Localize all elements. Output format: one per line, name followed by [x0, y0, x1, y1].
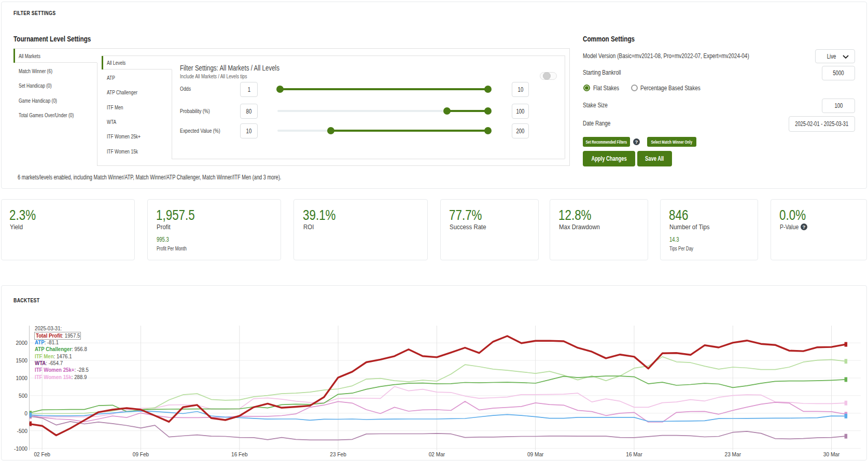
svg-text:09 Mar: 09 Mar — [527, 451, 544, 457]
svg-text:500: 500 — [19, 393, 27, 399]
svg-text:0: 0 — [24, 410, 27, 416]
svg-text:23 Mar: 23 Mar — [725, 451, 741, 457]
svg-text:09 Feb: 09 Feb — [133, 451, 149, 457]
svg-text:1000: 1000 — [16, 375, 28, 381]
svg-text:-500: -500 — [17, 428, 28, 434]
svg-text:23 Feb: 23 Feb — [330, 451, 346, 457]
svg-text:16 Mar: 16 Mar — [626, 451, 642, 457]
svg-text:30 Mar: 30 Mar — [823, 451, 840, 457]
svg-text:-1000: -1000 — [14, 445, 27, 452]
svg-text:2000: 2000 — [16, 340, 28, 346]
svg-text:02 Feb: 02 Feb — [34, 451, 50, 457]
svg-text:16 Feb: 16 Feb — [231, 451, 248, 457]
svg-text:1500: 1500 — [16, 357, 28, 364]
svg-text:02 Mar: 02 Mar — [429, 451, 445, 457]
